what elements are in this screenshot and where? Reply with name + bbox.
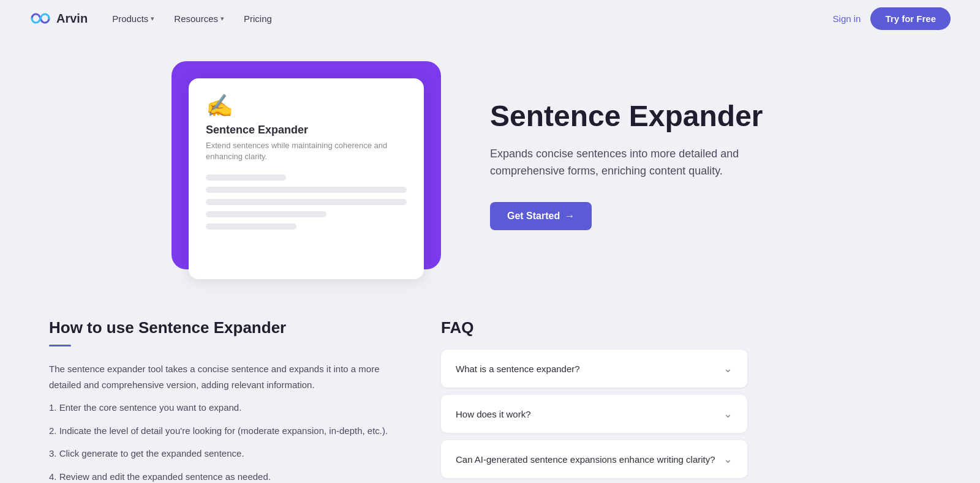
products-chevron-icon: ▾	[151, 15, 154, 23]
content-section: How to use Sentence Expander The sentenc…	[0, 300, 980, 483]
resources-chevron-icon: ▾	[221, 15, 224, 23]
faq-item-3[interactable]: Can AI-generated sentence expansions enh…	[441, 440, 747, 478]
faq-chevron-3-icon: ⌄	[723, 452, 733, 466]
nav-right: Sign in Try for Free	[833, 7, 951, 30]
hero-text: Sentence Expander Expands concise senten…	[490, 100, 809, 230]
card-subtitle: Extend sentences while maintaining coher…	[206, 140, 407, 162]
hero-description: Expands concise sentences into more deta…	[490, 145, 809, 181]
logo-text: Arvin	[56, 12, 88, 26]
card-emoji: ✍️	[206, 93, 407, 119]
nav-pricing[interactable]: Pricing	[244, 13, 272, 24]
try-free-button[interactable]: Try for Free	[870, 7, 951, 30]
how-to-use-title: How to use Sentence Expander	[49, 318, 392, 337]
skeleton-line-2	[206, 187, 407, 193]
skeleton-line-3	[206, 199, 407, 205]
hero-section: ✍️ Sentence Expander Extend sentences wh…	[0, 37, 980, 300]
how-to-use-section: How to use Sentence Expander The sentenc…	[49, 318, 392, 483]
card-inner: ✍️ Sentence Expander Extend sentences wh…	[189, 78, 424, 279]
skeleton-line-4	[206, 211, 326, 217]
title-underline	[49, 345, 71, 346]
faq-section: FAQ What is a sentence expander? ⌄ How d…	[441, 318, 747, 483]
faq-item-1[interactable]: What is a sentence expander? ⌄	[441, 350, 747, 388]
faq-chevron-2-icon: ⌄	[723, 407, 733, 421]
nav-links: Products ▾ Resources ▾ Pricing	[112, 13, 832, 24]
how-to-use-text: The sentence expander tool takes a conci…	[49, 361, 392, 483]
logo-icon	[29, 12, 51, 25]
faq-question-1: What is a sentence expander?	[456, 364, 580, 374]
get-started-button[interactable]: Get Started →	[490, 202, 592, 230]
arrow-right-icon: →	[565, 211, 575, 222]
nav-resources[interactable]: Resources ▾	[174, 13, 224, 24]
logo[interactable]: Arvin	[29, 12, 88, 26]
faq-chevron-1-icon: ⌄	[723, 362, 733, 375]
hero-title: Sentence Expander	[490, 100, 809, 133]
card-title: Sentence Expander	[206, 124, 407, 137]
navbar: Arvin Products ▾ Resources ▾ Pricing Sig…	[0, 0, 980, 37]
feature-card-wrapper: ✍️ Sentence Expander Extend sentences wh…	[172, 61, 441, 269]
skeleton-line-1	[206, 174, 286, 181]
faq-question-2: How does it work?	[456, 409, 531, 419]
faq-title: FAQ	[441, 318, 747, 337]
faq-question-3: Can AI-generated sentence expansions enh…	[456, 454, 715, 465]
nav-products[interactable]: Products ▾	[112, 13, 154, 24]
faq-item-2[interactable]: How does it work? ⌄	[441, 395, 747, 433]
skeleton-line-5	[206, 223, 296, 230]
sign-in-button[interactable]: Sign in	[833, 13, 861, 24]
